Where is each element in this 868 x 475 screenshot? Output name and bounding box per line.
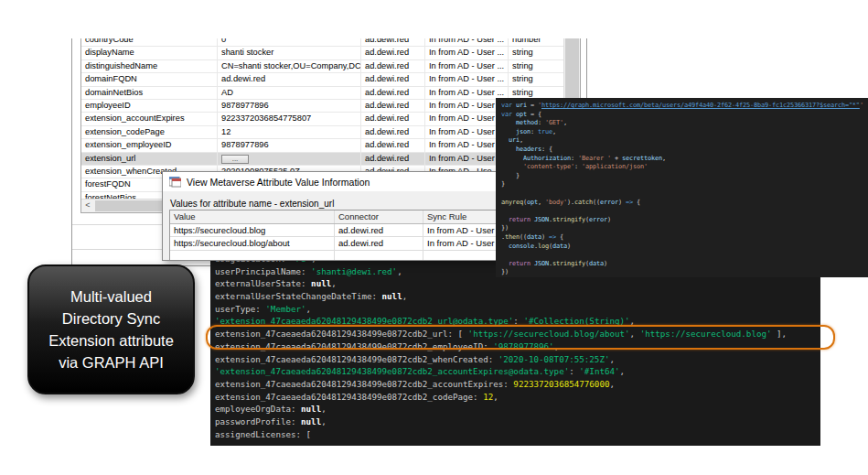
values-table-body: https://securecloud.blogad.dewi.redIn fr… xyxy=(170,224,547,251)
ellipsis-button[interactable]: ... xyxy=(221,155,249,164)
cell-type: string xyxy=(509,47,559,59)
table-row[interactable]: extension_employeeID9878977896ad.dewi.re… xyxy=(81,139,564,152)
table-row[interactable]: displayNameshanti stockerad.dewi.redIn f… xyxy=(81,47,564,59)
cell-val: CN=shanti stocker,OU=Company,DC=... xyxy=(218,60,361,72)
table-row[interactable]: domainNetBiosADad.dewi.redIn from AD - U… xyxy=(81,87,564,100)
cell-name: extension_url xyxy=(81,153,218,165)
cell-val: ad.dewi.red xyxy=(218,73,361,85)
metaverse-value-dialog: View Metaverse Attribute Value Informati… xyxy=(162,171,548,261)
column-header-connector[interactable]: Connector xyxy=(335,211,423,223)
dialog-title: View Metaverse Attribute Value Informati… xyxy=(187,177,370,188)
cell-conn: ad.dewi.red xyxy=(361,153,425,165)
slide-canvas: countryCode0ad.dewi.redIn from AD - User… xyxy=(0,0,868,475)
code-content: var uri = 'https://graph.microsoft.com/b… xyxy=(501,102,863,277)
cell-val: ... xyxy=(218,153,361,165)
empty-row xyxy=(170,251,547,262)
values-table: Value Connector Sync Rule https://secure… xyxy=(169,210,548,261)
callout-line: Directory Sync xyxy=(29,308,193,329)
cell-name: domainFQDN xyxy=(81,73,218,85)
cell-type: string xyxy=(509,60,559,72)
cell-conn: ad.dewi.red xyxy=(361,47,425,59)
cell-val: 9223372036854775807 xyxy=(218,113,361,124)
values-table-header: Value Connector Sync Rule xyxy=(170,211,547,224)
code-editor-window: var uri = 'https://graph.microsoft.com/b… xyxy=(496,98,868,277)
dialog-titlebar[interactable]: View Metaverse Attribute Value Informati… xyxy=(163,172,547,191)
callout-box: Multi-valued Directory Sync Extension at… xyxy=(27,264,195,394)
cell-val: 9878977896 xyxy=(218,139,361,151)
cell-val: AD xyxy=(218,87,361,99)
callout-line: Multi-valued xyxy=(29,286,193,308)
cell-type: number xyxy=(509,38,559,46)
table-row[interactable]: https://securecloud.blog/aboutad.dewi.re… xyxy=(170,237,547,251)
cell-name: displayName xyxy=(81,47,218,59)
table-row[interactable]: extension_url...ad.dewi.redIn from AD - … xyxy=(81,153,564,166)
cell-conn: ad.dewi.red xyxy=(361,100,425,112)
cell-val: 9878977896 xyxy=(218,100,361,112)
cell-conn: ad.dewi.red xyxy=(361,38,425,46)
cell-sync: In from AD - User ... xyxy=(425,60,509,72)
cell-name: employeeID xyxy=(81,100,218,112)
cell-conn: ad.dewi.red xyxy=(361,126,425,138)
cell-type: string xyxy=(509,73,559,85)
cell-val: 0 xyxy=(218,38,361,46)
column-header-value[interactable]: Value xyxy=(170,211,335,223)
table-row[interactable]: distinguishedNameCN=shanti stocker,OU=Co… xyxy=(81,60,564,73)
cell-name: domainNetBios xyxy=(81,87,218,99)
cell-val: shanti stocker xyxy=(218,47,361,59)
table-row[interactable]: extension_codePage12ad.dewi.redIn from A… xyxy=(81,126,564,139)
scroll-left-arrow-icon[interactable]: < xyxy=(81,200,94,211)
cell-conn: ad.dewi.red xyxy=(361,139,425,151)
callout-line: Extension attribute xyxy=(29,329,193,351)
cell-sync: In from AD - User ... xyxy=(425,38,509,46)
cell-sync: In from AD - User ... xyxy=(425,47,509,59)
cell-name: extension_employeeID xyxy=(81,139,218,151)
cell-name: extension_accountExpires xyxy=(81,113,218,124)
table-row[interactable]: countryCode0ad.dewi.redIn from AD - User… xyxy=(81,38,564,47)
table-row[interactable]: domainFQDNad.dewi.redad.dewi.redIn from … xyxy=(81,73,564,86)
cell-sync: In from AD - User ... xyxy=(425,73,509,85)
form-icon xyxy=(169,177,181,188)
table-row[interactable]: extension_accountExpires9223372036854775… xyxy=(81,113,564,125)
cell-conn: ad.dewi.red xyxy=(361,113,425,124)
vertical-scrollbar-thumb[interactable] xyxy=(565,38,579,101)
cell-name: distinguishedName xyxy=(81,60,218,72)
cell-conn: ad.dewi.red xyxy=(361,87,425,99)
cell-conn: ad.dewi.red xyxy=(361,60,425,72)
table-row[interactable]: https://securecloud.blogad.dewi.redIn fr… xyxy=(170,224,547,238)
dialog-subtitle: Values for attribute name - extension_ur… xyxy=(170,199,334,209)
cell-sync: In from AD - User ... xyxy=(425,87,509,99)
cell-val: 12 xyxy=(218,126,361,138)
cell-type: string xyxy=(509,87,559,99)
cell-name: countryCode xyxy=(81,38,218,46)
cell-conn: ad.dewi.red xyxy=(361,73,425,85)
highlight-ellipse xyxy=(206,325,835,350)
table-row[interactable]: employeeID9878977896ad.dewi.redIn from A… xyxy=(81,100,564,113)
cell-name: extension_codePage xyxy=(81,126,218,138)
callout-line: via GRAPH API xyxy=(29,351,193,373)
